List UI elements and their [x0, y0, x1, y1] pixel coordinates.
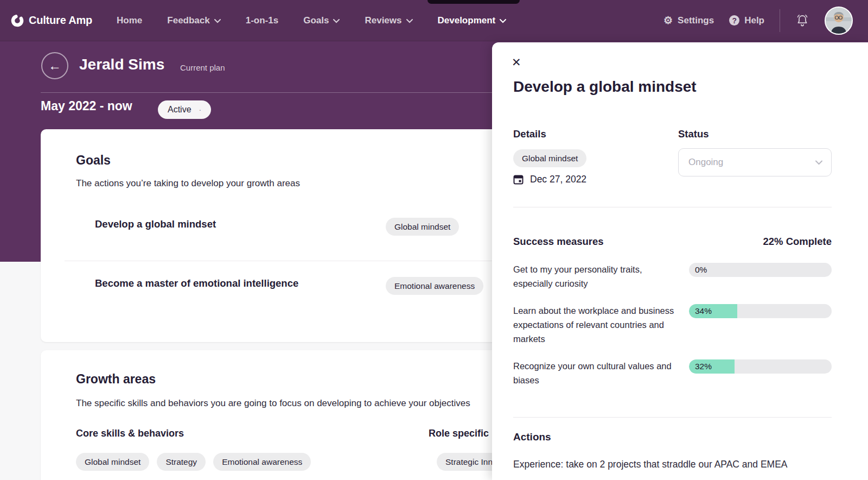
close-button[interactable]: ✕	[512, 56, 521, 68]
goals-card-description: The actions you’re taking to develop you…	[76, 178, 300, 189]
nav-item-1on1s[interactable]: 1-on-1s	[246, 15, 278, 26]
due-date: Dec 27, 2022	[530, 174, 586, 185]
nav-item-home[interactable]: Home	[117, 15, 142, 26]
goal-title-emotional-intelligence[interactable]: Become a master of emotional intelligenc…	[95, 277, 298, 289]
skill-tag: Emotional awareness	[213, 453, 311, 471]
chevron-down-icon	[214, 19, 221, 23]
plan-period: May 2022 - now	[41, 99, 132, 113]
close-icon: ✕	[512, 56, 521, 68]
due-date-row: Dec 27, 2022	[513, 174, 586, 185]
status-value: Ongoing	[688, 157, 723, 168]
plan-status-badge[interactable]: Active ·	[158, 100, 211, 119]
progress-label: 34%	[695, 306, 712, 316]
calendar-icon	[513, 174, 524, 185]
gear-icon: ⚙	[663, 15, 673, 26]
nav-item-reviews[interactable]: Reviews	[365, 15, 412, 26]
core-skills-heading: Core skills & behaviors	[76, 428, 184, 439]
back-arrow-icon: ←	[48, 58, 61, 73]
measure-progress-bar: 32%	[689, 359, 832, 374]
status-select[interactable]: Ongoing	[678, 148, 832, 176]
progress-label: 0%	[695, 265, 707, 275]
growth-card-title: Growth areas	[76, 372, 156, 387]
drawer-title: Develop a global mindset	[513, 78, 697, 96]
page-subtitle: Current plan	[180, 63, 225, 72]
details-label: Details	[513, 128, 546, 140]
growth-card-description: The specific skills and behaviors you ar…	[76, 398, 470, 409]
goal-tag: Global mindset	[386, 218, 459, 236]
page-title: Jerald Sims	[79, 56, 164, 73]
chevron-down-icon	[500, 19, 506, 23]
section-divider	[513, 417, 832, 418]
actions-heading: Actions	[513, 431, 551, 443]
nav-item-development[interactable]: Development	[438, 15, 507, 26]
skill-tag: Strategy	[157, 453, 206, 471]
nav-items: Home Feedback 1-on-1s Goals Reviews Deve…	[117, 15, 506, 26]
brand-logo[interactable]: Culture Amp	[11, 14, 92, 27]
core-skills-tags: Global mindset Strategy Emotional awaren…	[76, 453, 311, 471]
goal-category-tag: Global mindset	[513, 149, 586, 167]
measure-text: Get to my your personality traits, espec…	[513, 262, 676, 290]
badge-dot-icon: ·	[199, 105, 202, 114]
settings-button[interactable]: ⚙ Settings	[663, 15, 714, 26]
goal-detail-drawer: ✕ Develop a global mindset Details Statu…	[492, 42, 868, 480]
chevron-down-icon	[406, 19, 413, 23]
skill-tag: Global mindset	[76, 453, 149, 471]
nav-divider	[780, 9, 780, 32]
chevron-down-icon	[815, 160, 822, 165]
app-root: Culture Amp Home Feedback 1-on-1s Goals …	[0, 0, 868, 480]
action-item-text: Experience: take on 2 projects that stra…	[513, 457, 846, 472]
top-nav: Culture Amp Home Feedback 1-on-1s Goals …	[0, 0, 868, 41]
measure-progress-bar: 0%	[689, 263, 832, 277]
status-label: Status	[678, 128, 709, 140]
avatar-photo	[826, 8, 852, 34]
help-button[interactable]: ? Help	[729, 15, 764, 26]
nav-item-feedback[interactable]: Feedback	[167, 15, 220, 26]
overall-complete-value: 22% Complete	[763, 236, 832, 248]
progress-label: 32%	[695, 362, 712, 371]
culture-amp-logo-icon	[11, 14, 24, 27]
notifications-bell-icon[interactable]	[795, 14, 809, 28]
goals-card-title: Goals	[76, 153, 111, 168]
nav-item-goals[interactable]: Goals	[303, 15, 340, 26]
measure-text: Learn about the workplace and business e…	[513, 304, 676, 346]
goal-title-global-mindset[interactable]: Develop a global mindset	[95, 218, 216, 230]
role-specific-heading: Role specific	[429, 428, 489, 439]
help-icon: ?	[729, 15, 739, 26]
top-notch	[427, 0, 520, 4]
success-measures-heading: Success measures	[513, 236, 604, 248]
chevron-down-icon	[333, 19, 340, 23]
back-button[interactable]: ←	[41, 52, 68, 79]
brand-name: Culture Amp	[29, 14, 92, 27]
goal-tag: Emotional awareness	[386, 277, 483, 295]
measure-text: Recognize your own cultural values and b…	[513, 359, 676, 387]
nav-right: ⚙ Settings ? Help	[663, 7, 853, 35]
measure-progress-bar: 34%	[689, 304, 832, 318]
section-divider	[513, 207, 832, 207]
user-avatar[interactable]	[825, 7, 853, 35]
